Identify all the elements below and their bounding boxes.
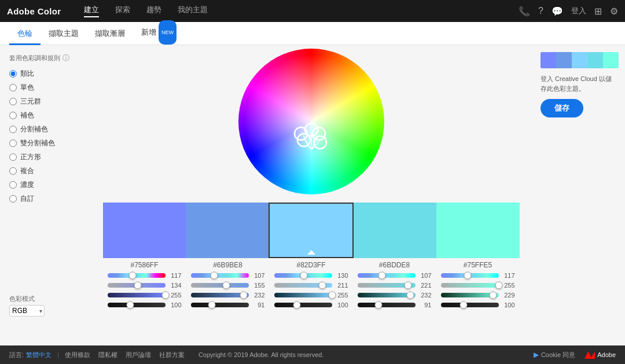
thumb-b4[interactable] (406, 292, 414, 299)
hex-2[interactable]: #6B9BE8 (186, 261, 270, 269)
slider-track-b5[interactable] (441, 293, 499, 297)
option-custom[interactable]: 自訂 (9, 194, 80, 204)
swatch-4[interactable] (354, 203, 436, 258)
swatch-2[interactable] (186, 203, 269, 258)
thumb-s2[interactable] (222, 282, 230, 289)
thumb-b2[interactable] (240, 292, 247, 299)
option-split-complementary[interactable]: 分割補色 (9, 124, 80, 134)
thumb-o4[interactable] (374, 302, 382, 309)
slider-track-h3[interactable] (274, 273, 332, 278)
color-wheel-container[interactable] (238, 49, 384, 194)
slider-track-s5[interactable] (441, 283, 499, 288)
hex-1[interactable]: #7586FF (103, 261, 186, 269)
hex-4[interactable]: #6BDDE8 (353, 261, 436, 269)
slider-track-h1[interactable] (108, 273, 166, 278)
slider-track-h5[interactable] (441, 273, 499, 278)
nav-build[interactable]: 建立 (84, 5, 99, 17)
slider-col-5: 117 255 229 (436, 271, 520, 312)
thumb-h2[interactable] (210, 272, 218, 280)
thumb-o1[interactable] (126, 302, 134, 309)
subnav-color-wheel[interactable]: 色輪 (9, 22, 41, 45)
footer-language-label: 語言: (9, 351, 24, 359)
preview-swatches (541, 52, 619, 68)
option-square[interactable]: 正方形 (9, 152, 80, 162)
val-o1: 100 (168, 302, 182, 308)
nav-explore[interactable]: 探索 (115, 5, 130, 17)
nav-mythemes[interactable]: 我的主題 (178, 5, 208, 17)
hex-5[interactable]: #75FFE5 (436, 261, 520, 269)
footer-link-privacy[interactable]: 隱私權 (98, 351, 117, 359)
slider-track-h4[interactable] (358, 273, 416, 278)
thumb-s1[interactable] (134, 282, 141, 289)
thumb-h3[interactable] (300, 272, 307, 280)
slider-track-o1[interactable] (108, 303, 166, 307)
thumb-b5[interactable] (489, 292, 497, 299)
footer-cookie[interactable]: ▶ Cookie 同意 (534, 351, 575, 359)
slider-track-b1[interactable] (108, 293, 166, 297)
slider-track-s4[interactable] (358, 283, 416, 288)
save-button[interactable]: 儲存 (541, 99, 583, 117)
thumb-s4[interactable] (404, 282, 411, 289)
slider-track-o2[interactable] (191, 303, 249, 307)
color-harmony-title: 套用色彩調和規則 ⓘ (9, 53, 80, 63)
subnav-extract-gradient[interactable]: 擷取漸層 (87, 22, 133, 45)
thumb-o3[interactable] (293, 302, 300, 309)
footer-link-forum[interactable]: 用戶論壇 (126, 351, 151, 359)
footer-link-terms[interactable]: 使用條款 (65, 351, 90, 359)
svg-marker-11 (590, 351, 595, 359)
hex-3[interactable]: #82D3FF (270, 261, 353, 269)
option-triad[interactable]: 三元群 (9, 97, 80, 106)
slider-track-b3[interactable] (274, 293, 332, 297)
chat-icon[interactable]: 💬 (552, 6, 563, 17)
option-double-split[interactable]: 雙分割補色 (9, 138, 80, 148)
slider-track-b4[interactable] (358, 293, 416, 297)
slider-track-o3[interactable] (274, 303, 332, 307)
val-o4: 91 (418, 302, 432, 308)
footer-link-community[interactable]: 社群方案 (159, 351, 185, 359)
adobe-logo-icon (584, 351, 595, 359)
help-icon[interactable]: ? (538, 6, 543, 16)
footer-language-value[interactable]: 繁體中文 (26, 351, 52, 359)
option-complementary[interactable]: 補色 (9, 111, 80, 120)
thumb-o5[interactable] (459, 302, 467, 309)
thumb-h1[interactable] (128, 272, 136, 280)
slider-track-s2[interactable] (191, 283, 249, 288)
thumb-o2[interactable] (208, 302, 215, 309)
thumb-h4[interactable] (378, 272, 385, 280)
option-shades[interactable]: 濃度 (9, 180, 80, 190)
slider-track-s3[interactable] (274, 283, 332, 288)
val-s3: 211 (334, 282, 348, 289)
thumb-s5[interactable] (495, 282, 502, 289)
slider-track-o4[interactable] (358, 303, 416, 307)
swatch-5[interactable] (436, 203, 519, 258)
thumb-b1[interactable] (161, 292, 169, 299)
swatch-1[interactable] (103, 203, 186, 258)
thumb-h5[interactable] (464, 272, 471, 280)
slider-track-s1[interactable] (108, 283, 166, 288)
color-wheel (238, 49, 384, 194)
slider-track-o5[interactable] (441, 303, 499, 307)
right-panel: 登入 Creative Cloud 以儲存此色彩主題。 儲存 (532, 45, 625, 345)
option-analogous[interactable]: 類比 (9, 69, 80, 79)
phone-icon[interactable]: 📞 (519, 6, 530, 17)
selected-triangle (307, 250, 315, 255)
apps-grid-icon[interactable]: ⊞ (594, 6, 602, 17)
info-icon[interactable]: ⓘ (62, 53, 69, 63)
nav-trends[interactable]: 趨勢 (146, 5, 161, 17)
settings-icon[interactable]: ⚙ (610, 6, 618, 17)
option-compound[interactable]: 複合 (9, 166, 80, 176)
thumb-s3[interactable] (318, 282, 326, 289)
color-mode-select[interactable]: RGB CMYK LAB HSB (9, 305, 45, 317)
slider-row-h4: 107 (358, 272, 432, 279)
slider-row-o3: 100 (274, 302, 348, 308)
thumb-b3[interactable] (328, 292, 336, 299)
swatch-3[interactable] (269, 203, 354, 258)
slider-track-h2[interactable] (191, 273, 249, 278)
subnav-new[interactable]: 新增 NEW (133, 22, 185, 45)
subnav-extract-theme[interactable]: 擷取主題 (41, 22, 87, 45)
slider-track-b2[interactable] (191, 293, 249, 297)
slider-row-o5: 100 (441, 302, 515, 308)
save-prompt: 登入 Creative Cloud 以儲存此色彩主題。 (541, 74, 617, 93)
option-monochromatic[interactable]: 單色 (9, 83, 80, 93)
signin-link[interactable]: 登入 (571, 6, 586, 16)
